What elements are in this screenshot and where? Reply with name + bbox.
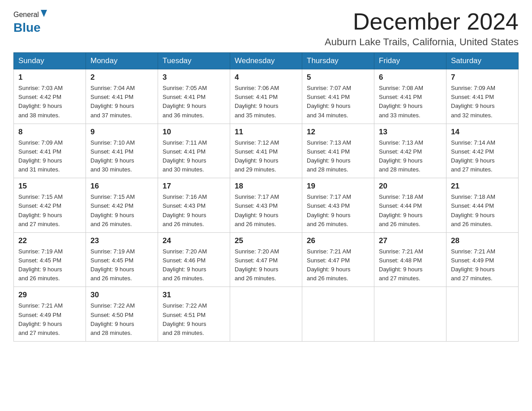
logo-general-text: General <box>13 11 39 19</box>
day-number: 9 <box>90 128 153 137</box>
day-number: 14 <box>451 128 514 137</box>
day-number: 4 <box>235 73 297 82</box>
weekday-header-sunday: Sunday <box>14 53 86 69</box>
day-number: 12 <box>307 128 369 137</box>
calendar-cell: 21Sunrise: 7:18 AMSunset: 4:44 PMDayligh… <box>446 178 519 233</box>
calendar-cell: 26Sunrise: 7:21 AMSunset: 4:47 PMDayligh… <box>302 232 374 287</box>
calendar-cell: 4Sunrise: 7:06 AMSunset: 4:41 PMDaylight… <box>230 69 302 124</box>
weekday-header-tuesday: Tuesday <box>158 53 230 69</box>
day-info: Sunrise: 7:21 AMSunset: 4:49 PMDaylight:… <box>18 301 81 338</box>
calendar-week-row: 29Sunrise: 7:21 AMSunset: 4:49 PMDayligh… <box>14 287 519 342</box>
calendar-cell: 5Sunrise: 7:07 AMSunset: 4:41 PMDaylight… <box>302 69 374 124</box>
calendar-cell <box>230 287 302 342</box>
day-info: Sunrise: 7:21 AMSunset: 4:48 PMDaylight:… <box>379 247 442 283</box>
day-number: 2 <box>90 73 153 82</box>
day-info: Sunrise: 7:20 AMSunset: 4:46 PMDaylight:… <box>163 247 225 283</box>
calendar-cell: 24Sunrise: 7:20 AMSunset: 4:46 PMDayligh… <box>158 232 230 287</box>
calendar-cell: 25Sunrise: 7:20 AMSunset: 4:47 PMDayligh… <box>230 232 302 287</box>
calendar-table: SundayMondayTuesdayWednesdayThursdayFrid… <box>13 52 519 342</box>
day-info: Sunrise: 7:04 AMSunset: 4:41 PMDaylight:… <box>90 84 153 120</box>
calendar-cell: 7Sunrise: 7:09 AMSunset: 4:41 PMDaylight… <box>446 69 519 124</box>
day-info: Sunrise: 7:20 AMSunset: 4:47 PMDaylight:… <box>235 247 297 283</box>
logo-blue-text: Blue <box>13 21 41 35</box>
day-info: Sunrise: 7:17 AMSunset: 4:43 PMDaylight:… <box>235 193 297 229</box>
calendar-cell: 17Sunrise: 7:16 AMSunset: 4:43 PMDayligh… <box>158 178 230 233</box>
calendar-cell: 28Sunrise: 7:21 AMSunset: 4:49 PMDayligh… <box>446 232 519 287</box>
day-info: Sunrise: 7:08 AMSunset: 4:41 PMDaylight:… <box>379 84 442 120</box>
svg-marker-0 <box>41 10 47 17</box>
day-number: 21 <box>451 182 514 191</box>
month-title: December 2024 <box>325 9 519 34</box>
day-info: Sunrise: 7:17 AMSunset: 4:43 PMDaylight:… <box>307 193 369 229</box>
day-number: 23 <box>90 236 153 245</box>
day-number: 13 <box>379 128 442 137</box>
day-number: 25 <box>235 236 297 245</box>
day-info: Sunrise: 7:18 AMSunset: 4:44 PMDaylight:… <box>379 193 442 229</box>
day-number: 18 <box>235 182 297 191</box>
calendar-cell: 31Sunrise: 7:22 AMSunset: 4:51 PMDayligh… <box>158 287 230 342</box>
calendar-cell: 12Sunrise: 7:13 AMSunset: 4:41 PMDayligh… <box>302 124 374 178</box>
calendar-cell: 22Sunrise: 7:19 AMSunset: 4:45 PMDayligh… <box>14 232 86 287</box>
day-number: 7 <box>451 73 514 82</box>
day-number: 10 <box>163 128 225 137</box>
page-header: General Blue December 2024 Auburn Lake T… <box>13 9 519 48</box>
calendar-cell: 10Sunrise: 7:11 AMSunset: 4:41 PMDayligh… <box>158 124 230 178</box>
logo-arrow-icon <box>39 9 49 21</box>
calendar-cell: 2Sunrise: 7:04 AMSunset: 4:41 PMDaylight… <box>86 69 158 124</box>
day-number: 29 <box>18 291 81 300</box>
calendar-cell: 15Sunrise: 7:15 AMSunset: 4:42 PMDayligh… <box>14 178 86 233</box>
calendar-week-row: 15Sunrise: 7:15 AMSunset: 4:42 PMDayligh… <box>14 178 519 233</box>
day-number: 3 <box>163 73 225 82</box>
day-number: 30 <box>90 291 153 300</box>
calendar-cell <box>446 287 519 342</box>
weekday-header-thursday: Thursday <box>302 53 374 69</box>
calendar-cell: 29Sunrise: 7:21 AMSunset: 4:49 PMDayligh… <box>14 287 86 342</box>
calendar-cell: 14Sunrise: 7:14 AMSunset: 4:42 PMDayligh… <box>446 124 519 178</box>
weekday-header-row: SundayMondayTuesdayWednesdayThursdayFrid… <box>14 53 519 69</box>
day-info: Sunrise: 7:21 AMSunset: 4:47 PMDaylight:… <box>307 247 369 283</box>
title-block: December 2024 Auburn Lake Trails, Califo… <box>325 9 519 48</box>
day-number: 11 <box>235 128 297 137</box>
calendar-week-row: 1Sunrise: 7:03 AMSunset: 4:42 PMDaylight… <box>14 69 519 124</box>
calendar-cell: 16Sunrise: 7:15 AMSunset: 4:42 PMDayligh… <box>86 178 158 233</box>
day-info: Sunrise: 7:09 AMSunset: 4:41 PMDaylight:… <box>18 138 81 175</box>
day-number: 19 <box>307 182 369 191</box>
day-number: 28 <box>451 236 514 245</box>
calendar-cell: 9Sunrise: 7:10 AMSunset: 4:41 PMDaylight… <box>86 124 158 178</box>
day-info: Sunrise: 7:03 AMSunset: 4:42 PMDaylight:… <box>18 84 81 120</box>
day-info: Sunrise: 7:18 AMSunset: 4:44 PMDaylight:… <box>451 193 514 229</box>
day-info: Sunrise: 7:15 AMSunset: 4:42 PMDaylight:… <box>90 193 153 229</box>
calendar-cell: 6Sunrise: 7:08 AMSunset: 4:41 PMDaylight… <box>374 69 446 124</box>
day-number: 16 <box>90 182 153 191</box>
calendar-cell: 18Sunrise: 7:17 AMSunset: 4:43 PMDayligh… <box>230 178 302 233</box>
day-number: 20 <box>379 182 442 191</box>
day-info: Sunrise: 7:22 AMSunset: 4:51 PMDaylight:… <box>163 301 225 338</box>
day-number: 22 <box>18 236 81 245</box>
day-info: Sunrise: 7:07 AMSunset: 4:41 PMDaylight:… <box>307 84 369 120</box>
calendar-cell: 23Sunrise: 7:19 AMSunset: 4:45 PMDayligh… <box>86 232 158 287</box>
location-subtitle: Auburn Lake Trails, California, United S… <box>325 36 519 48</box>
day-info: Sunrise: 7:10 AMSunset: 4:41 PMDaylight:… <box>90 138 153 175</box>
calendar-cell: 27Sunrise: 7:21 AMSunset: 4:48 PMDayligh… <box>374 232 446 287</box>
day-info: Sunrise: 7:12 AMSunset: 4:41 PMDaylight:… <box>235 138 297 175</box>
day-number: 17 <box>163 182 225 191</box>
weekday-header-wednesday: Wednesday <box>230 53 302 69</box>
calendar-cell: 8Sunrise: 7:09 AMSunset: 4:41 PMDaylight… <box>14 124 86 178</box>
day-info: Sunrise: 7:21 AMSunset: 4:49 PMDaylight:… <box>451 247 514 283</box>
day-info: Sunrise: 7:06 AMSunset: 4:41 PMDaylight:… <box>235 84 297 120</box>
day-number: 31 <box>163 291 225 300</box>
calendar-cell: 20Sunrise: 7:18 AMSunset: 4:44 PMDayligh… <box>374 178 446 233</box>
day-number: 26 <box>307 236 369 245</box>
calendar-week-row: 8Sunrise: 7:09 AMSunset: 4:41 PMDaylight… <box>14 124 519 178</box>
calendar-cell <box>374 287 446 342</box>
day-info: Sunrise: 7:22 AMSunset: 4:50 PMDaylight:… <box>90 301 153 338</box>
day-number: 8 <box>18 128 81 137</box>
day-info: Sunrise: 7:16 AMSunset: 4:43 PMDaylight:… <box>163 193 225 229</box>
day-number: 1 <box>18 73 81 82</box>
day-number: 5 <box>307 73 369 82</box>
logo: General Blue <box>13 9 50 35</box>
day-info: Sunrise: 7:19 AMSunset: 4:45 PMDaylight:… <box>90 247 153 283</box>
day-info: Sunrise: 7:13 AMSunset: 4:41 PMDaylight:… <box>307 138 369 175</box>
day-info: Sunrise: 7:09 AMSunset: 4:41 PMDaylight:… <box>451 84 514 120</box>
calendar-cell: 19Sunrise: 7:17 AMSunset: 4:43 PMDayligh… <box>302 178 374 233</box>
